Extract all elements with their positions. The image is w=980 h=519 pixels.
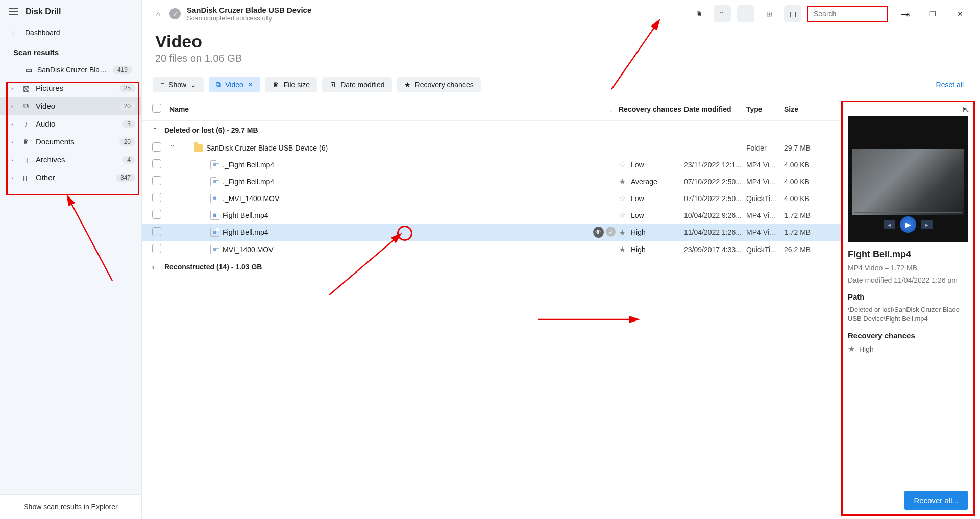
sidebar-item-pictures[interactable]: › ▧ Pictures 25 <box>0 79 141 97</box>
folder-view-icon[interactable]: 🗀 <box>714 5 731 22</box>
grid-icon: ▦ <box>11 29 18 37</box>
preview-video[interactable]: ◄ ▶ ► <box>848 116 968 242</box>
select-all-checkbox[interactable] <box>152 104 161 113</box>
section-scan-results: Scan results <box>0 42 141 61</box>
preview-thumbnail <box>852 149 964 215</box>
row-checkbox[interactable] <box>152 227 161 236</box>
next-frame-icon[interactable]: ► <box>921 220 933 229</box>
filter-chip-filesize[interactable]: 🗎File size <box>265 77 317 92</box>
date-value: 11/04/2022 1:26... <box>684 228 746 236</box>
search-input[interactable] <box>814 10 903 18</box>
preview-modified: Date modified 11/04/2022 1:26 pm <box>848 276 968 284</box>
popout-icon[interactable]: ⇱ <box>963 105 969 114</box>
file-view-icon[interactable]: 🗎 <box>690 5 707 22</box>
file-name: ._MVI_1400.MOV <box>223 194 593 203</box>
sort-indicator-icon[interactable]: ↓ <box>609 105 619 113</box>
file-name: ._Fight Bell.mp4 <box>223 178 593 186</box>
filter-chip-video[interactable]: ⧉Video✕ <box>209 77 260 92</box>
recovery-value: High <box>631 228 646 236</box>
chevron-down-icon[interactable]: › <box>169 145 177 151</box>
device-title: SanDisk Cruzer Blade USB Device <box>187 6 311 14</box>
file-icon: ▦ <box>210 177 219 186</box>
show-in-explorer-button[interactable]: Show scan results in Explorer <box>0 494 141 519</box>
sidebar-item-audio[interactable]: › ♪ Audio 3 <box>0 115 141 133</box>
close-icon[interactable]: ✕ <box>248 81 253 88</box>
sidebar-item-dashboard[interactable]: ▦ Dashboard <box>0 23 141 42</box>
video-icon: ⧉ <box>216 80 221 89</box>
size-value: 4.00 KB <box>784 194 831 203</box>
file-row[interactable]: ▦._Fight Bell.mp4☆Low23/11/2022 12:1...M… <box>142 156 841 173</box>
list-view-icon[interactable]: ≣ <box>737 5 754 22</box>
file-row[interactable]: ▦._MVI_1400.MOV☆Low07/10/2022 2:50...Qui… <box>142 190 841 207</box>
play-button[interactable]: ▶ <box>900 216 916 233</box>
minimize-button[interactable]: — <box>894 6 916 21</box>
recover-all-button[interactable]: Recover all... <box>904 491 968 510</box>
column-recovery[interactable]: Recovery chances <box>619 105 684 113</box>
row-checkbox[interactable] <box>152 159 161 168</box>
preview-recovery-value: High <box>859 345 874 353</box>
preview-path-label: Path <box>848 292 968 301</box>
column-date[interactable]: Date modified <box>684 105 746 113</box>
file-name: MVI_1400.MOV <box>223 245 593 254</box>
preview-filename: Fight Bell.mp4 <box>848 249 968 260</box>
size-value: 26.2 MB <box>784 245 831 254</box>
date-value: 07/10/2022 2:50... <box>684 194 746 203</box>
drive-icon: ▭ <box>26 66 32 74</box>
chevron-right-icon: › <box>11 121 16 127</box>
star-icon: ★ <box>619 228 626 237</box>
column-name[interactable]: Name <box>169 105 609 113</box>
search-input-container[interactable]: ⌕ <box>807 6 888 22</box>
column-size[interactable]: Size <box>784 105 831 113</box>
star-icon: ☆ <box>619 193 626 203</box>
row-checkbox[interactable] <box>152 244 161 253</box>
device-row[interactable]: ▭ SanDisk Cruzer Blade US... 419 <box>0 61 141 79</box>
sidebar-item-documents[interactable]: › 🗎 Documents 20 <box>0 133 141 151</box>
file-row[interactable]: ▦Fight Bell.mp4👁#★High11/04/2022 1:26...… <box>142 224 841 241</box>
grid-view-icon[interactable]: ⊞ <box>761 5 778 22</box>
sidebar-item-other[interactable]: › ◫ Other 347 <box>0 168 141 186</box>
hex-icon[interactable]: # <box>606 227 616 237</box>
type-value: QuickTi... <box>746 245 784 254</box>
sidebar-item-archives[interactable]: › ▯ Archives 4 <box>0 151 141 168</box>
close-button[interactable]: ✕ <box>949 6 971 21</box>
row-checkbox[interactable] <box>152 176 161 185</box>
size-value: 4.00 KB <box>784 161 831 169</box>
chevron-right-icon: › <box>11 139 16 145</box>
star-icon: ★ <box>404 81 411 89</box>
star-icon: ★ <box>619 244 626 254</box>
file-row[interactable]: ▦Fight Bell.mp4☆Low10/04/2022 9:26...MP4… <box>142 207 841 224</box>
preview-eye-icon[interactable]: 👁 <box>593 227 604 238</box>
group-deleted-or-lost[interactable]: › Deleted or lost (6) - 29.7 MB <box>142 121 841 139</box>
menu-icon[interactable] <box>9 8 18 15</box>
size-value: 4.00 KB <box>784 178 831 186</box>
reset-all-button[interactable]: Reset all <box>936 81 969 89</box>
preview-meta: MP4 Video – 1.72 MB <box>848 264 968 272</box>
prev-frame-icon[interactable]: ◄ <box>884 220 895 229</box>
archive-icon: ▯ <box>21 156 31 164</box>
row-checkbox[interactable] <box>152 210 161 219</box>
file-row[interactable]: ▦MVI_1400.MOV★High23/09/2017 4:33...Quic… <box>142 241 841 258</box>
star-icon: ☆ <box>619 160 626 169</box>
filter-chip-datemodified[interactable]: 🗓Date modified <box>322 77 391 92</box>
sidebar-item-video[interactable]: › ⧉ Video 20 <box>0 97 141 115</box>
file-row[interactable]: ▦._Fight Bell.mp4★Average07/10/2022 2:50… <box>142 173 841 190</box>
home-icon[interactable]: ⌂ <box>153 9 163 19</box>
type-value: MP4 Vi... <box>746 178 784 186</box>
maximize-button[interactable]: ❐ <box>922 6 943 21</box>
date-value: 23/09/2017 4:33... <box>684 245 746 254</box>
recovery-value: Average <box>631 178 657 186</box>
row-checkbox[interactable] <box>152 193 161 202</box>
column-type[interactable]: Type <box>746 105 784 113</box>
chevron-right-icon: › <box>11 175 16 181</box>
group-reconstructed[interactable]: › Reconstructed (14) - 1.03 GB <box>142 258 841 276</box>
check-icon: ✓ <box>169 8 181 19</box>
table-header: Name ↓ Recovery chances Date modified Ty… <box>142 97 841 121</box>
filter-bar: ≡Show⌄ ⧉Video✕ 🗎File size 🗓Date modified… <box>142 71 980 97</box>
panel-toggle-icon[interactable]: ◫ <box>784 5 801 22</box>
row-checkbox[interactable] <box>152 142 161 152</box>
show-dropdown[interactable]: ≡Show⌄ <box>153 77 204 92</box>
topbar: ⌂ ✓ SanDisk Cruzer Blade USB Device Scan… <box>142 0 980 28</box>
folder-row[interactable]: › SanDisk Cruzer Blade USB Device (6) Fo… <box>142 139 841 156</box>
video-seek-bar[interactable] <box>854 212 962 213</box>
filter-chip-recoverychances[interactable]: ★Recovery chances <box>397 77 481 92</box>
